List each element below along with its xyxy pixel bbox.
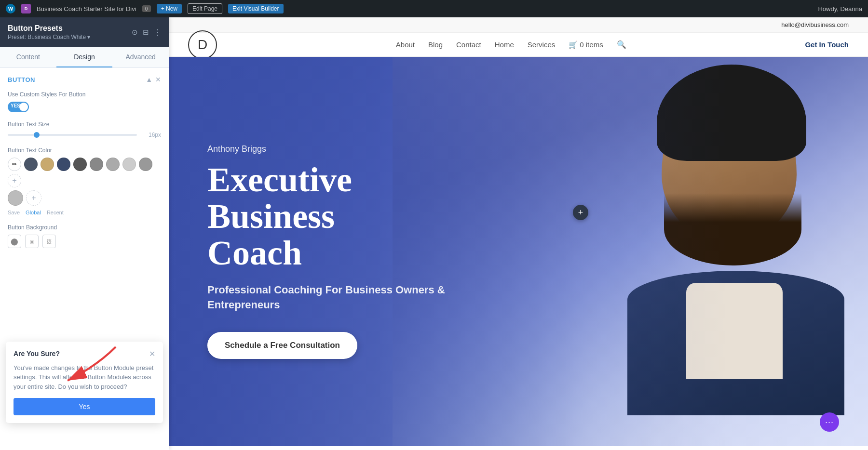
- save-row: Save Global Recent: [8, 210, 161, 215]
- hero-name: Anthony Briggs: [207, 144, 468, 154]
- site-logo[interactable]: D: [188, 30, 217, 59]
- divi-logo-icon[interactable]: D: [21, 4, 31, 13]
- search-icon[interactable]: 🔍: [617, 40, 626, 49]
- confirm-body: You've made changes to the Button Module…: [14, 363, 155, 392]
- bg-gradient-icon: ▣: [30, 239, 34, 244]
- hero-section: + Anthony Briggs Executive Business Coac…: [169, 57, 868, 446]
- toggle-knob: [19, 103, 28, 111]
- tab-advanced[interactable]: Advanced: [112, 47, 169, 67]
- text-size-field: Button Text Size 16px: [8, 121, 161, 138]
- panel-title: Button Presets: [8, 24, 90, 33]
- nav-cta-link[interactable]: Get In Touch: [805, 40, 849, 49]
- admin-bar: W D Business Coach Starter Site for Divi…: [0, 0, 868, 17]
- bg-row: ⬤ ▣ 🖼: [8, 235, 161, 248]
- color-swatch-1[interactable]: [24, 158, 38, 171]
- section-collapse-icons[interactable]: ▲ ✕: [146, 76, 161, 83]
- columns-icon[interactable]: ⊟: [143, 28, 149, 37]
- text-size-label: Button Text Size: [8, 121, 161, 128]
- hero-subtitle: Professional Coaching For Business Owner…: [207, 283, 468, 313]
- color-swatch-6[interactable]: [106, 158, 120, 171]
- left-panel: Button Presets Preset: Business Coach Wh…: [0, 17, 169, 450]
- hero-content: Anthony Briggs Executive Business Coach …: [169, 115, 506, 387]
- site-name-link[interactable]: Business Coach Starter Site for Divi: [37, 5, 136, 13]
- wp-logo-icon[interactable]: W: [6, 4, 15, 13]
- nav-blog[interactable]: Blog: [428, 40, 443, 49]
- color-pencil-icon[interactable]: ✏: [8, 158, 21, 171]
- color-swatch-4[interactable]: [73, 158, 87, 171]
- bg-gradient-btn[interactable]: ▣: [25, 235, 39, 248]
- more-options-button[interactable]: ···: [820, 412, 839, 432]
- button-section-title: Button: [8, 76, 35, 83]
- confirm-yes-button[interactable]: Yes: [14, 398, 155, 415]
- more-icon[interactable]: ⋮: [154, 28, 161, 37]
- custom-styles-field: Use Custom Styles For Button YES: [8, 91, 161, 112]
- text-size-thumb[interactable]: [34, 132, 40, 138]
- collapse-icon[interactable]: ▲: [146, 76, 152, 83]
- recent-label: Recent: [47, 210, 64, 215]
- panel-title-area: Button Presets Preset: Business Coach Wh…: [8, 24, 90, 40]
- exit-visual-builder-button[interactable]: Exit Visual Builder: [228, 4, 284, 13]
- add-module-button[interactable]: +: [573, 205, 588, 220]
- nav-about[interactable]: About: [396, 40, 415, 49]
- expand-icon[interactable]: ✕: [155, 76, 161, 83]
- toggle-on-label: YES: [11, 103, 20, 108]
- color-swatch-7[interactable]: [122, 158, 136, 171]
- custom-styles-label: Use Custom Styles For Button: [8, 91, 161, 98]
- confirm-title: Are You Sure?: [14, 350, 60, 357]
- nav-services[interactable]: Services: [528, 40, 556, 49]
- text-size-track[interactable]: [8, 134, 137, 136]
- text-color-row: ✏ +: [8, 158, 161, 187]
- hero-title-line1: Executive Business: [207, 160, 352, 236]
- text-color-label: Button Text Color: [8, 147, 161, 154]
- site-header: D About Blog Contact Home Services 🛒 0 i…: [169, 33, 868, 57]
- email-bar: hello@divibusiness.com: [169, 17, 868, 33]
- nav-contact[interactable]: Contact: [456, 40, 481, 49]
- panel-tabs: Content Design Advanced: [0, 47, 169, 68]
- color-swatch-8[interactable]: [139, 158, 152, 171]
- focus-icon[interactable]: ⊙: [132, 28, 138, 37]
- email-link[interactable]: hello@divibusiness.com: [781, 21, 849, 28]
- edit-page-button[interactable]: Edit Page: [188, 3, 222, 14]
- new-button[interactable]: + New: [157, 4, 182, 13]
- color-swatch-5[interactable]: [90, 158, 103, 171]
- confirm-dialog: Are You Sure? ✕ You've made changes to t…: [6, 342, 163, 424]
- cart-icon: 🛒: [569, 40, 578, 49]
- bg-color-btn[interactable]: ⬤: [8, 235, 21, 248]
- color-swatch-9[interactable]: [8, 190, 23, 206]
- bg-image-icon: 🖼: [47, 239, 52, 244]
- admin-bar-left: W D Business Coach Starter Site for Divi…: [6, 3, 811, 14]
- site-nav: About Blog Contact Home Services 🛒 0 ite…: [396, 40, 626, 49]
- admin-bar-right: Howdy, Deanna: [818, 5, 862, 13]
- text-color-field: Button Text Color ✏ + + Save Global: [8, 147, 161, 215]
- hero-cta-button[interactable]: Schedule a Free Consultation: [207, 332, 357, 359]
- panel-header: Button Presets Preset: Business Coach Wh…: [0, 17, 169, 47]
- hero-title: Executive Business Coach: [207, 162, 468, 271]
- bg-image-btn[interactable]: 🖼: [42, 235, 56, 248]
- global-label[interactable]: Global: [26, 210, 41, 215]
- cart-items: 0 items: [580, 40, 603, 49]
- tab-design[interactable]: Design: [56, 47, 113, 67]
- color-add-button-2[interactable]: +: [26, 190, 41, 206]
- nav-cart[interactable]: 🛒 0 items: [569, 40, 603, 49]
- logo-letter: D: [198, 37, 207, 53]
- panel-subtitle[interactable]: Preset: Business Coach White ▾: [8, 34, 90, 40]
- confirm-close-button[interactable]: ✕: [149, 349, 155, 358]
- button-section-header: Button ▲ ✕: [8, 76, 161, 83]
- color-swatch-2[interactable]: [41, 158, 54, 171]
- text-size-slider-row: 16px: [8, 132, 161, 138]
- save-label[interactable]: Save: [8, 210, 20, 215]
- website-area: hello@divibusiness.com D About Blog Cont…: [169, 17, 868, 450]
- howdy-text: Howdy, Deanna: [818, 5, 862, 13]
- comments-bubble[interactable]: 0: [142, 5, 151, 12]
- confirm-header: Are You Sure? ✕: [14, 349, 155, 358]
- tab-content[interactable]: Content: [0, 47, 56, 67]
- text-size-value: 16px: [142, 132, 161, 138]
- bg-color-icon: ⬤: [11, 238, 18, 245]
- nav-home[interactable]: Home: [495, 40, 514, 49]
- color-swatch-3[interactable]: [57, 158, 70, 171]
- hero-title-line2: Coach: [207, 234, 302, 272]
- custom-styles-toggle[interactable]: YES: [8, 102, 29, 112]
- color-add-button[interactable]: +: [8, 174, 21, 187]
- panel-header-icons: ⊙ ⊟ ⋮: [132, 28, 161, 37]
- bg-label: Button Background: [8, 224, 161, 231]
